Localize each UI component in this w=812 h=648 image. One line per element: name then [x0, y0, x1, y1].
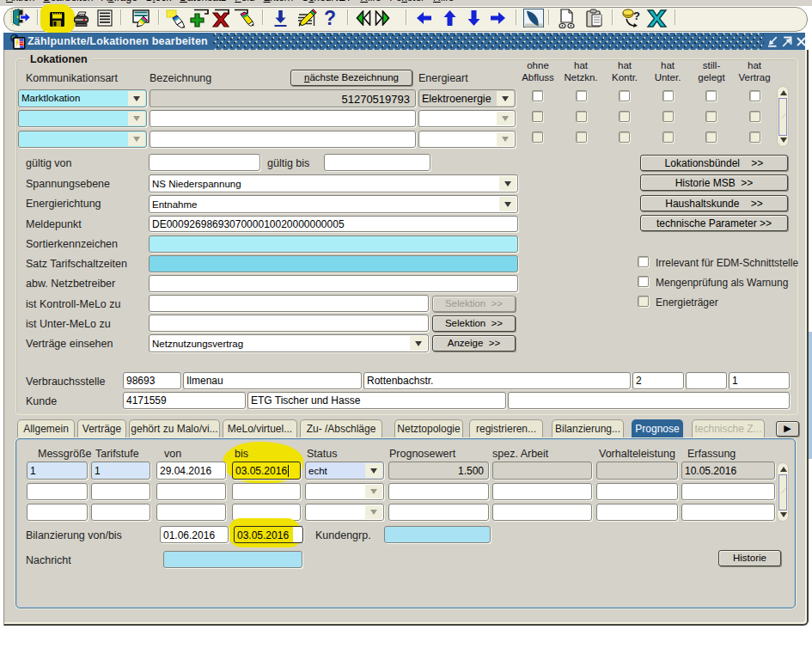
svg-text:?: ?	[633, 9, 640, 22]
